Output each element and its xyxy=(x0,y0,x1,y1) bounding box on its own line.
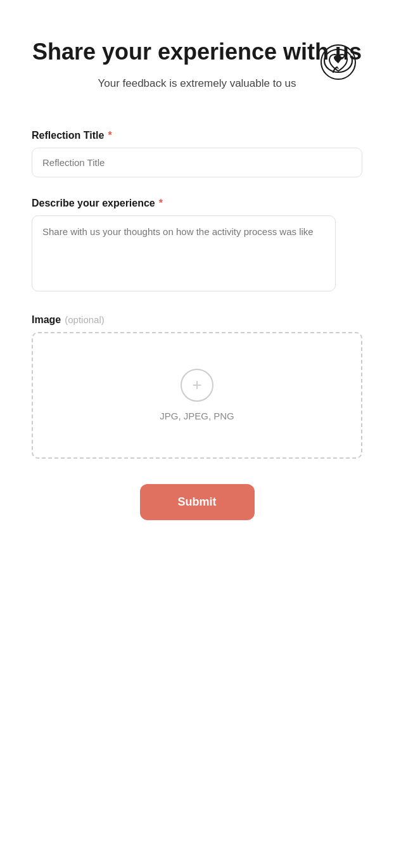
submit-button[interactable]: Submit xyxy=(140,484,255,520)
image-formats-text: JPG, JPEG, PNG xyxy=(160,411,234,421)
required-indicator: * xyxy=(108,130,111,141)
page-title: Share your experience with us xyxy=(32,38,362,65)
image-label: Image (optional) xyxy=(32,314,362,326)
add-image-icon: + xyxy=(181,369,213,402)
describe-experience-label: Describe your experience * xyxy=(32,198,362,209)
submit-button-wrapper: Submit xyxy=(32,484,362,520)
chat-heart-icon xyxy=(321,44,356,80)
image-upload-dropzone[interactable]: + JPG, JPEG, PNG xyxy=(32,332,362,459)
required-indicator-2: * xyxy=(159,198,163,209)
header-section: Share your experience with us Your feedb… xyxy=(32,38,362,92)
form-section: Reflection Title * Describe your experie… xyxy=(32,130,362,520)
reflection-title-label: Reflection Title * xyxy=(32,130,362,141)
page-container: Share your experience with us Your feedb… xyxy=(0,0,394,868)
optional-text: (optional) xyxy=(65,314,105,325)
describe-experience-group: Describe your experience * xyxy=(32,198,362,294)
describe-experience-textarea[interactable] xyxy=(32,215,336,291)
page-subtitle: Your feedback is extremely valuable to u… xyxy=(32,75,362,92)
reflection-title-group: Reflection Title * xyxy=(32,130,362,177)
reflection-title-input[interactable] xyxy=(32,148,362,177)
image-upload-group: Image (optional) + JPG, JPEG, PNG xyxy=(32,314,362,459)
